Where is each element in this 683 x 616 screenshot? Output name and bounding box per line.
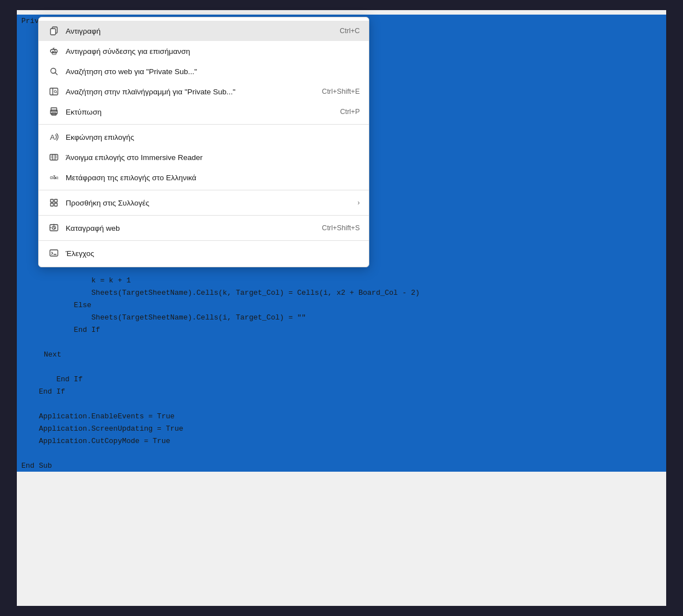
code-line: Else: [17, 299, 666, 311]
code-line: End If: [17, 323, 666, 336]
menu-item-read-aloud[interactable]: A Εκφώνηση επιλογής: [39, 127, 369, 147]
svg-rect-13: [51, 199, 53, 202]
menu-item-copy[interactable]: Αντιγραφή Ctrl+C: [39, 21, 369, 41]
collections-arrow-icon: ›: [357, 199, 360, 207]
code-text: Application.CutCopyMode = True: [21, 437, 170, 445]
code-text: Sheets(TargetSheetName).Cells(i, Target_…: [21, 313, 306, 322]
code-text: Else: [21, 301, 91, 309]
code-text: End If: [21, 375, 82, 384]
menu-item-collections[interactable]: Προσθήκη στις Συλλογές ›: [39, 193, 369, 213]
immersive-reader-icon: [48, 151, 60, 163]
sidebar-search-icon: [48, 85, 60, 98]
svg-rect-10: [50, 154, 58, 160]
code-text-next: Next: [44, 350, 61, 359]
menu-shortcut-sidebar-search: Ctrl+Shift+E: [322, 88, 360, 95]
code-line: [17, 398, 666, 410]
code-text: End If: [21, 387, 65, 396]
print-icon: [48, 106, 60, 118]
menu-label-copy: Αντιγραφή: [66, 27, 331, 35]
code-text: End If: [21, 326, 100, 334]
menu-item-web-search[interactable]: Αναζήτηση στο web για "Private Sub...": [39, 61, 369, 81]
translate-icon: αδ ab: [48, 171, 60, 184]
code-line: Sheets(TargetSheetName).Cells(i, Target_…: [17, 311, 666, 323]
code-line: Application.CutCopyMode = True: [17, 435, 666, 447]
code-text: End Sub: [21, 462, 52, 470]
svg-rect-16: [54, 203, 57, 206]
code-line: [17, 361, 666, 373]
menu-label-sidebar-search: Αναζήτηση στην πλαϊνήγραμμή για "Private…: [66, 88, 313, 96]
menu-label-immersive: Άνοιγμα επιλογής στο Immersive Reader: [66, 153, 360, 162]
inspect-icon: [48, 247, 60, 259]
svg-rect-15: [51, 203, 53, 206]
menu-shortcut-web-capture: Ctrl+Shift+S: [322, 224, 360, 232]
search-icon: [48, 65, 60, 77]
code-line: End Sub: [17, 459, 666, 472]
copy-link-icon: [48, 45, 60, 57]
read-aloud-icon: A: [48, 131, 60, 143]
menu-separator-3: [39, 215, 369, 216]
menu-separator-2: [39, 190, 369, 190]
menu-item-print[interactable]: Εκτύπωση Ctrl+P: [39, 102, 369, 122]
menu-label-inspect: Έλεγχος: [66, 249, 360, 258]
code-text: Sheets(TargetSheetName).Cells(k, Target_…: [21, 289, 420, 297]
menu-label-web-search: Αναζήτηση στο web για "Private Sub...": [66, 67, 360, 76]
code-line: Application.EnableEvents = True: [17, 410, 666, 422]
menu-separator-1: [39, 124, 369, 125]
svg-text:A: A: [50, 133, 55, 142]
copy-icon: [48, 25, 60, 37]
menu-label-read-aloud: Εκφώνηση επιλογής: [66, 133, 360, 142]
menu-item-inspect[interactable]: Έλεγχος: [39, 243, 369, 263]
code-line: End If: [17, 385, 666, 398]
code-line: End If: [17, 373, 666, 385]
menu-label-collections: Προσθήκη στις Συλλογές: [66, 199, 353, 207]
menu-item-translate[interactable]: αδ ab Μετάφραση της επιλογής στο Ελληνικ…: [39, 167, 369, 188]
menu-label-translate: Μετάφραση της επιλογής στο Ελληνικά: [66, 174, 360, 182]
menu-shortcut-print: Ctrl+P: [340, 108, 360, 116]
svg-text:ab: ab: [54, 175, 58, 180]
code-line: Sheets(TargetSheetName).Cells(k, Target_…: [17, 286, 666, 299]
code-text: k = k + 1: [21, 276, 131, 285]
menu-label-print: Εκτύπωση: [66, 108, 331, 116]
menu-shortcut-copy: Ctrl+C: [340, 27, 360, 35]
code-line: k = k + 1: [17, 274, 666, 286]
menu-label-copy-link: Αντιγραφή σύνδεσης για επισήμανση: [66, 47, 360, 56]
svg-rect-14: [54, 199, 57, 202]
context-menu: Αντιγραφή Ctrl+C Αντιγραφή σύνδεσης για …: [38, 17, 369, 267]
menu-separator-4: [39, 240, 369, 241]
menu-item-web-capture[interactable]: Καταγραφή web Ctrl+Shift+S: [39, 218, 369, 238]
web-capture-icon: [48, 222, 60, 234]
code-line: Application.ScreenUpdating = True: [17, 422, 666, 435]
menu-item-immersive[interactable]: Άνοιγμα επιλογής στο Immersive Reader: [39, 147, 369, 167]
menu-item-sidebar-search[interactable]: Αναζήτηση στην πλαϊνήγραμμή για "Private…: [39, 81, 369, 102]
code-text: Application.ScreenUpdating = True: [21, 425, 184, 433]
svg-rect-19: [50, 250, 58, 256]
code-text: Application.EnableEvents = True: [21, 412, 175, 421]
menu-label-web-capture: Καταγραφή web: [66, 224, 313, 232]
collections-icon: [48, 197, 60, 209]
svg-rect-1: [51, 29, 56, 35]
code-line: [17, 336, 666, 348]
svg-rect-6: [51, 108, 57, 111]
code-line: [17, 447, 666, 459]
code-line-next: Next: [17, 348, 666, 361]
menu-item-copy-link[interactable]: Αντιγραφή σύνδεσης για επισήμανση: [39, 41, 369, 61]
